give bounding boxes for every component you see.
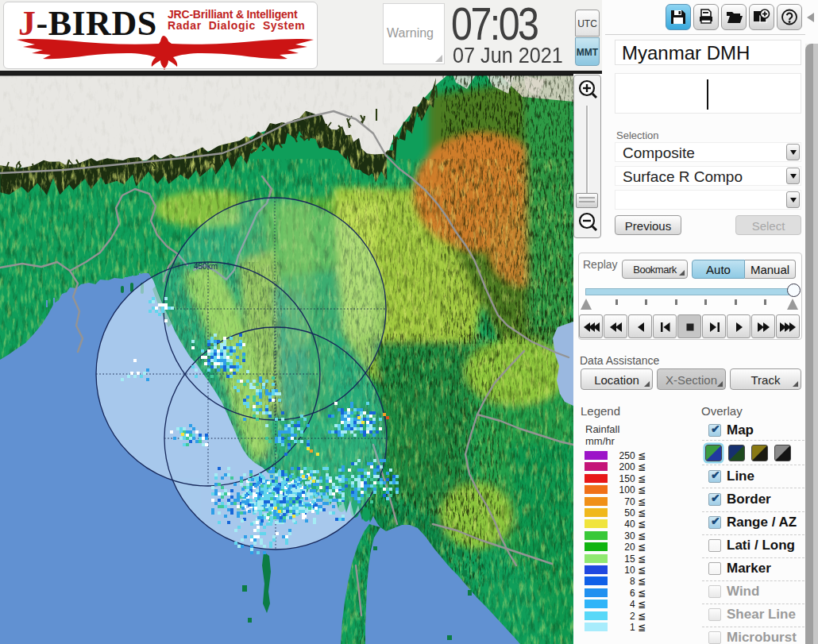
svg-text:450km: 450km	[194, 262, 218, 271]
